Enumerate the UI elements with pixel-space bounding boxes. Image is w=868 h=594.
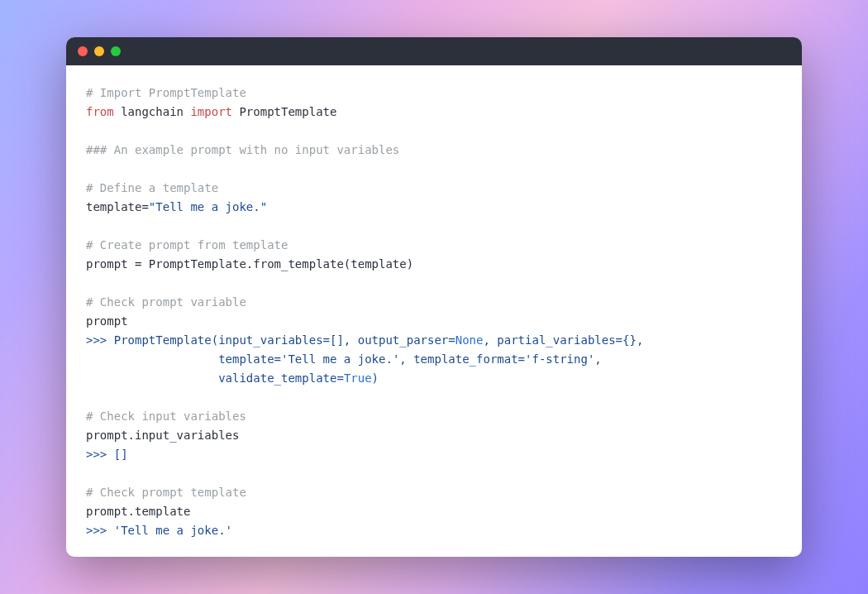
repl-output: validate_template= — [86, 371, 344, 385]
repl-output: , partial_variables={}, — [483, 333, 643, 347]
code-window: # Import PromptTemplate from langchain i… — [66, 37, 802, 557]
keyword-import: import — [190, 105, 232, 118]
string-literal: 'Tell me a joke.' — [281, 352, 399, 366]
comment: # Check prompt variable — [86, 295, 246, 309]
repl-output: >>> [] — [86, 448, 128, 461]
repl-output: template= — [86, 352, 281, 366]
literal-none: None — [455, 333, 484, 347]
string-literal: 'f-string' — [525, 352, 594, 366]
class-name: PromptTemplate — [232, 105, 336, 118]
code-line: prompt — [86, 314, 128, 328]
string-literal: "Tell me a joke." — [149, 200, 267, 213]
repl-output: , template_format= — [399, 352, 525, 366]
code-area: # Import PromptTemplate from langchain i… — [66, 65, 802, 557]
window-titlebar — [66, 37, 802, 65]
comment: # Define a template — [86, 181, 218, 194]
repl-output: >>> PromptTemplate(input_variables=[], o… — [86, 333, 455, 347]
comment: # Check prompt template — [86, 486, 246, 499]
string-literal: 'Tell me a joke.' — [114, 524, 232, 537]
repl-output: , — [594, 352, 601, 366]
comment: ### An example prompt with no input vari… — [86, 143, 399, 156]
literal-true: True — [344, 371, 372, 385]
comment: # Import PromptTemplate — [86, 86, 246, 99]
code-line: prompt.input_variables — [86, 429, 239, 442]
minimize-icon[interactable] — [94, 46, 104, 56]
code-line: prompt = PromptTemplate.from_template(te… — [86, 257, 413, 271]
repl-output: ) — [372, 371, 379, 385]
keyword-from: from — [86, 105, 114, 118]
module-name: langchain — [114, 105, 191, 118]
code-line: prompt.template — [86, 505, 190, 518]
repl-output: >>> — [86, 524, 114, 537]
close-icon[interactable] — [78, 46, 88, 56]
assignment: template= — [86, 200, 149, 213]
comment: # Create prompt from template — [86, 238, 288, 251]
comment: # Check input variables — [86, 410, 246, 423]
zoom-icon[interactable] — [111, 46, 121, 56]
